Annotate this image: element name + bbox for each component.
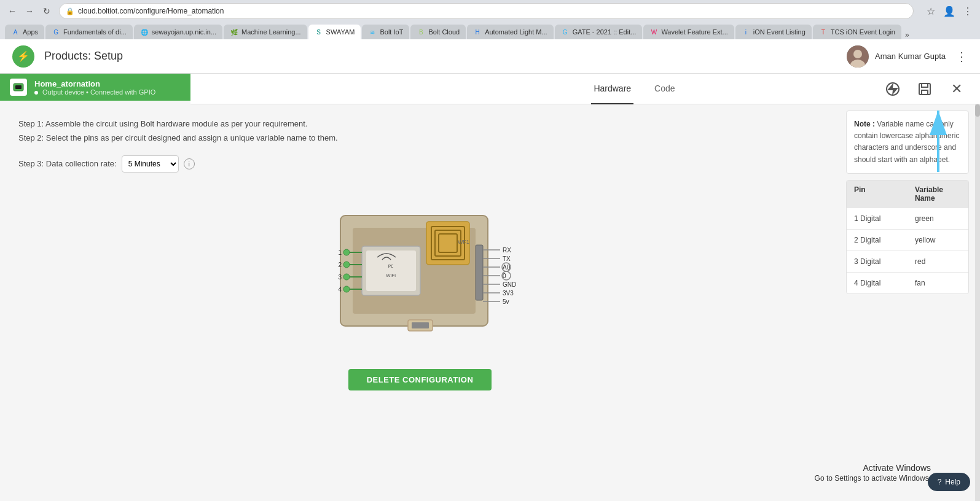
tab-favicon-ml: 🌿	[230, 28, 238, 36]
data-rate-select[interactable]: 5 Minutes 1 Minute 15 Minutes 30 Minutes…	[122, 155, 179, 173]
tab-swayam[interactable]: S SWAYAM	[308, 25, 361, 39]
device-bar-row: Home_atornation Output device • Connecte…	[0, 74, 980, 104]
svg-text:RX: RX	[503, 247, 511, 254]
variable-1-value: green	[907, 208, 968, 229]
device-bar: Home_atornation Output device • Connecte…	[0, 74, 190, 101]
device-name: Home_atornation	[34, 79, 155, 88]
variable-col-header: Variable Name	[907, 181, 968, 208]
svg-text:1: 1	[338, 249, 342, 256]
pin-2-value: 2 Digital	[847, 230, 907, 251]
tab-gate[interactable]: G GATE - 2021 :: Edit...	[555, 25, 643, 39]
tab-label-swayam: SWAYAM	[326, 28, 355, 36]
tab-label-tcs-ion: TCS iON Event Login	[831, 28, 895, 36]
back-button[interactable]: ←	[5, 4, 20, 18]
nav-buttons: ← → ↻	[5, 4, 54, 18]
pin-row-3: 3 Digital red	[847, 251, 968, 272]
tab-label-apps: Apps	[23, 28, 38, 36]
svg-text:WF1: WF1	[458, 239, 469, 245]
bookmark-icon[interactable]: ☆	[923, 4, 938, 18]
tab-label-bolt-cloud: Bolt Cloud	[428, 28, 460, 36]
top-nav: ⚡ Products: Setup Aman Kumar Gupta ⋮	[0, 39, 980, 74]
svg-rect-47	[412, 322, 429, 328]
svg-text:3V3: 3V3	[503, 290, 514, 297]
tab-fundamentals[interactable]: G Fundamentals of di...	[45, 25, 133, 39]
tab-favicon-apps: A	[11, 28, 20, 36]
tab-favicon-wavelet: W	[649, 28, 658, 36]
windows-activation: Activate Windows Go to Settings to activ…	[815, 463, 931, 483]
tab-automated[interactable]: H Automated Light M...	[467, 25, 554, 39]
browser-toolbar: ← → ↻ 🔒 cloud.boltiot.com/configure/Home…	[0, 0, 980, 22]
svg-rect-6	[919, 84, 930, 95]
more-tabs-icon[interactable]: »	[905, 31, 909, 39]
svg-rect-4	[15, 85, 22, 89]
svg-rect-29	[476, 245, 483, 300]
delete-config-button[interactable]: DELETE CONFIGURATION	[348, 369, 492, 390]
tab-ion-listing[interactable]: i iON Event Listing	[735, 25, 812, 39]
forward-button[interactable]: →	[22, 4, 37, 18]
browser-chrome: ← → ↻ 🔒 cloud.boltiot.com/configure/Home…	[0, 0, 980, 39]
svg-text:PC: PC	[388, 264, 393, 269]
tab-tcs-ion[interactable]: T TCS iON Event Login	[813, 25, 901, 39]
bolt-logo-icon: ⚡	[17, 50, 29, 62]
close-icon[interactable]: ✕	[946, 78, 968, 100]
help-icon: ?	[938, 478, 942, 486]
svg-text:5v: 5v	[503, 298, 509, 305]
pin-col-header: Pin	[847, 181, 907, 208]
lightning-icon[interactable]	[882, 78, 904, 100]
svg-point-23	[343, 274, 350, 280]
tab-favicon-sewayojan: 🌐	[140, 28, 149, 36]
reload-button[interactable]: ↻	[39, 4, 54, 18]
more-menu-icon[interactable]: ⋮	[960, 4, 975, 18]
scrollbar-thumb[interactable]	[975, 104, 980, 117]
tab-favicon-gate: G	[561, 28, 570, 36]
steps-text: Step 1: Assemble the circuit using Bolt …	[18, 117, 821, 146]
kebab-menu-icon[interactable]: ⋮	[955, 49, 968, 64]
tab-wavelet[interactable]: W Wavelet Feature Ext...	[643, 25, 734, 39]
tab-sewayojan[interactable]: 🌐 sewayojan.up.nic.in...	[134, 25, 222, 39]
pin-row-4: 4 Digital fan	[847, 272, 968, 293]
content-wrapper: Home_atornation Output device • Connecte…	[0, 74, 980, 501]
tab-label-ml: Machine Learning...	[241, 28, 301, 36]
tab-label-ion-listing: iON Event Listing	[753, 28, 806, 36]
profile-icon[interactable]: 👤	[942, 4, 957, 18]
pin-table-header: Pin Variable Name	[847, 181, 968, 208]
svg-text:WiFi: WiFi	[386, 273, 396, 278]
variable-4-value: fan	[907, 273, 968, 293]
svg-text:3: 3	[338, 274, 342, 281]
pin-1-value: 1 Digital	[847, 208, 907, 229]
tab-bolt-iot[interactable]: ≋ Bolt IoT	[362, 25, 409, 39]
info-icon[interactable]: i	[184, 158, 195, 169]
tab-label-sewayojan: sewayojan.up.nic.in...	[152, 28, 216, 36]
save-icon[interactable]	[914, 78, 936, 100]
tab-favicon-bolt-cloud: B	[417, 28, 425, 36]
scrollbar[interactable]	[975, 104, 980, 501]
address-bar[interactable]: 🔒 cloud.boltiot.com/configure/Home_atoma…	[59, 3, 914, 19]
svg-point-17	[343, 249, 350, 255]
board-svg: PC WiFi 1	[291, 197, 549, 344]
tab-bolt-cloud[interactable]: B Bolt Cloud	[410, 25, 466, 39]
data-rate-row: Step 3: Data collection rate: 5 Minutes …	[18, 155, 821, 173]
right-panel: Note : Variable name can only contain lo…	[840, 104, 975, 501]
tab-label-wavelet: Wavelet Feature Ext...	[661, 28, 727, 36]
tab-label-fundamentals: Fundamentals of di...	[63, 28, 127, 36]
tab-apps[interactable]: A Apps	[5, 25, 44, 39]
note-label: Note :	[854, 120, 875, 128]
delete-btn-wrapper: DELETE CONFIGURATION	[18, 357, 821, 403]
board-wrapper: PC WiFi 1	[291, 197, 549, 344]
tab-label-automated: Automated Light M...	[485, 28, 547, 36]
tab-favicon-tcs-ion: T	[819, 28, 828, 36]
pin-table: Pin Variable Name 1 Digital green 2 Digi…	[846, 180, 969, 294]
tab-favicon-fundamentals: G	[52, 28, 60, 36]
svg-point-1	[853, 50, 862, 58]
svg-point-20	[343, 262, 350, 268]
help-button[interactable]: ? Help	[928, 473, 970, 491]
tab-favicon-ion-listing: i	[742, 28, 750, 36]
tab-code[interactable]: Code	[652, 74, 677, 104]
pin-row-2: 2 Digital yellow	[847, 229, 968, 251]
tab-ml[interactable]: 🌿 Machine Learning...	[224, 25, 307, 39]
help-label: Help	[945, 478, 960, 486]
header-actions: ✕	[882, 78, 968, 100]
svg-text:TX: TX	[503, 255, 511, 262]
tab-hardware[interactable]: Hardware	[591, 74, 633, 104]
step3-label: Step 3: Data collection rate:	[18, 159, 117, 168]
